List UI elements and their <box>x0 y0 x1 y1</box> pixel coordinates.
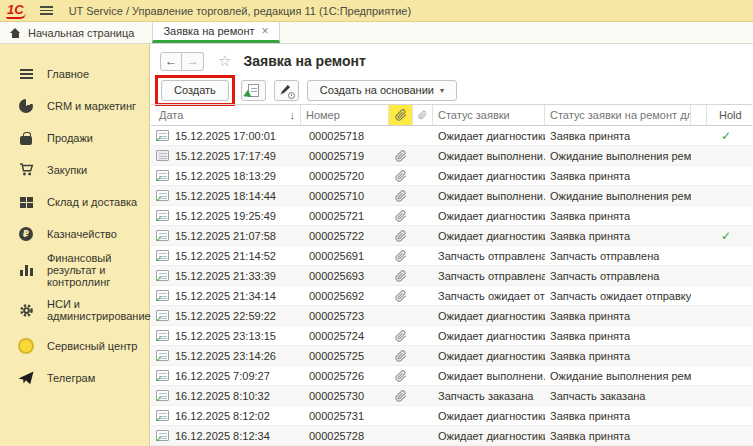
table-header: Дата ↓ Номер Статус заявки Статус заявки… <box>151 104 752 126</box>
menu-icon <box>18 66 34 82</box>
date-cell: ✓15.12.2025 21:34:14 <box>151 290 301 302</box>
table-body: ✓15.12.2025 17:00:01000025718Ожидает диа… <box>151 126 752 446</box>
table-row[interactable]: ✓16.12.2025 8:12:34000025728Ожидает диаг… <box>151 426 752 446</box>
date-value: 15.12.2025 23:14:26 <box>175 350 276 362</box>
number-value: 000025722 <box>301 230 389 242</box>
hold-check-icon: ✓ <box>721 129 731 143</box>
table-row[interactable]: ✓15.12.2025 21:34:14000025692Запчасть ож… <box>151 286 752 306</box>
attachment-cell <box>389 330 413 342</box>
tab-strip: Начальная страница Заявка на ремонт × <box>0 22 753 44</box>
column-header-date[interactable]: Дата ↓ <box>151 105 301 125</box>
paperclip-icon <box>395 190 407 202</box>
status-value: Ожидает выполнени… <box>433 150 545 162</box>
sidebar-item[interactable]: Сервисный центр <box>0 330 149 362</box>
column-header-hold[interactable]: Hold <box>707 105 752 125</box>
date-cell: ✓16.12.2025 8:12:02 <box>151 410 301 422</box>
create-based-on-button[interactable]: Создать на основании ▾ <box>307 80 457 101</box>
status-value: Ожидает диагностики <box>433 330 545 342</box>
sidebar-item-label: Сервисный центр <box>47 340 143 352</box>
cart-icon <box>18 162 34 178</box>
table-row[interactable]: ✓15.12.2025 23:14:26000025725Ожидает диа… <box>151 346 752 366</box>
table-row[interactable]: ✓16.12.2025 8:12:02000025731Ожидает диаг… <box>151 406 752 426</box>
paperclip-icon <box>395 170 407 182</box>
table-row[interactable]: ✓15.12.2025 21:07:58000025722Ожидает диа… <box>151 226 752 246</box>
date-value: 16.12.2025 8:12:02 <box>175 410 270 422</box>
table-row[interactable]: ✓15.12.2025 17:00:01000025718Ожидает диа… <box>151 126 752 146</box>
sidebar-item[interactable]: Продажи <box>0 122 149 154</box>
number-value: 000025691 <box>301 250 389 262</box>
tab-repair-requests[interactable]: Заявка на ремонт × <box>152 22 279 43</box>
sidebar-item[interactable]: Склад и доставка <box>0 186 149 218</box>
set-deadline-button[interactable] <box>274 80 299 101</box>
status-value: Ожидает диагностики <box>433 230 545 242</box>
status-client-value: Ожидание выполнения ремонта <box>545 150 691 162</box>
close-icon[interactable]: × <box>262 26 269 36</box>
date-value: 15.12.2025 21:14:52 <box>175 250 276 262</box>
sidebar-item[interactable]: НСИ и администрирование <box>0 290 149 330</box>
table-row[interactable]: ✓15.12.2025 18:13:29000025720Ожидает диа… <box>151 166 752 186</box>
date-cell: ✓15.12.2025 18:13:29 <box>151 170 301 182</box>
column-header-status[interactable]: Статус заявки <box>433 105 545 125</box>
attachment-cell <box>389 190 413 202</box>
gear-icon <box>18 302 34 318</box>
status-value: Ожидает выполнени… <box>433 370 545 382</box>
main-menu-icon[interactable] <box>40 6 53 15</box>
posted-document-icon: ✓ <box>156 430 169 441</box>
toolbar: Создать Создать на основании ▾ <box>151 76 457 104</box>
date-value: 15.12.2025 21:33:39 <box>175 270 276 282</box>
favorite-star-icon[interactable]: ☆ <box>218 52 231 70</box>
paperclip-icon <box>395 370 407 382</box>
table-row[interactable]: ✓15.12.2025 18:14:44000025710Ожидает вып… <box>151 186 752 206</box>
forward-button[interactable]: → <box>182 52 204 71</box>
date-value: 15.12.2025 21:34:14 <box>175 290 276 302</box>
column-header-attachment-highlighted[interactable] <box>389 105 413 125</box>
status-client-value: Заявка принята <box>545 430 691 442</box>
number-value: 000025723 <box>301 310 389 322</box>
paperclip-icon <box>395 390 407 402</box>
sidebar-item[interactable]: Телеграм <box>0 362 149 394</box>
sidebar-item-label: Закупки <box>47 164 93 176</box>
chevron-down-icon: ▾ <box>440 86 444 95</box>
number-value: 000025728 <box>301 430 389 442</box>
posted-document-icon: ✓ <box>156 270 169 281</box>
table-row[interactable]: ✓16.12.2025 7:09:27000025726Ожидает выпо… <box>151 366 752 386</box>
table-row[interactable]: ✓15.12.2025 19:25:49000025721Ожидает диа… <box>151 206 752 226</box>
date-value: 15.12.2025 19:25:49 <box>175 210 276 222</box>
status-value: Ожидает диагностики <box>433 130 545 142</box>
paperclip-icon <box>395 210 407 222</box>
date-value: 15.12.2025 18:14:44 <box>175 190 276 202</box>
table-row[interactable]: ✓15.12.2025 21:33:39000025693Запчасть от… <box>151 266 752 286</box>
table-row[interactable]: ✓15.12.2025 21:14:52000025691Запчасть от… <box>151 246 752 266</box>
attachment-cell <box>389 170 413 182</box>
column-header-status-client[interactable]: Статус заявки на ремонт для кл… <box>545 105 691 125</box>
home-page-tab[interactable]: Начальная страница <box>0 22 144 43</box>
table-row[interactable]: ✓15.12.2025 23:13:15000025724Ожидает диа… <box>151 326 752 346</box>
sidebar-item[interactable]: Главное <box>0 58 149 90</box>
table-row[interactable]: 15.12.2025 17:17:49000025719Ожидает выпо… <box>151 146 752 166</box>
sidebar-item[interactable]: Закупки <box>0 154 149 186</box>
create-button[interactable]: Создать <box>161 80 229 101</box>
pen-clock-icon <box>279 83 294 98</box>
table-row[interactable]: ✓15.12.2025 22:59:22000025723Ожидает диа… <box>151 306 752 326</box>
table-row[interactable]: ✓16.12.2025 8:10:32000025730Запчасть зак… <box>151 386 752 406</box>
number-value: 000025710 <box>301 190 389 202</box>
sidebar-item[interactable]: Финансовый результат и контроллинг <box>0 250 149 290</box>
sidebar-item[interactable]: CRM и маркетинг <box>0 90 149 122</box>
status-client-value: Запчасть отправлена <box>545 250 691 262</box>
date-cell: ✓16.12.2025 7:09:27 <box>151 370 301 382</box>
posted-document-icon: ✓ <box>156 330 169 341</box>
date-cell: ✓16.12.2025 8:12:34 <box>151 430 301 442</box>
home-page-label: Начальная страница <box>28 27 134 39</box>
sidebar-item[interactable]: ₽Казначейство <box>0 218 149 250</box>
warehouse-grid-icon <box>18 194 34 210</box>
status-value: Ожидает диагностики <box>433 410 545 422</box>
back-button[interactable]: ← <box>160 52 182 71</box>
paperclip-icon <box>418 109 427 121</box>
column-header-number[interactable]: Номер <box>301 105 389 125</box>
create-by-copy-button[interactable] <box>241 80 266 101</box>
status-client-value: Заявка принята <box>545 410 691 422</box>
date-cell: ✓15.12.2025 21:33:39 <box>151 270 301 282</box>
number-value: 000025731 <box>301 410 389 422</box>
column-header-attachment[interactable] <box>413 105 433 125</box>
date-cell: ✓15.12.2025 19:25:49 <box>151 210 301 222</box>
